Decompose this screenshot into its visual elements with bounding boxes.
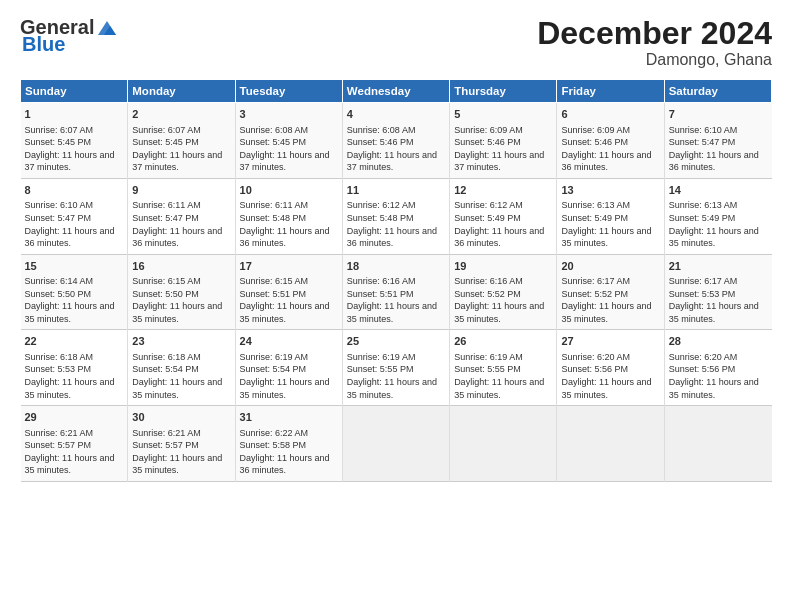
sunrise-text: Sunrise: 6:12 AM [347,200,416,210]
calendar-cell: 12Sunrise: 6:12 AMSunset: 5:49 PMDayligh… [450,178,557,254]
sunset-text: Sunset: 5:57 PM [25,440,92,450]
daylight-text: Daylight: 11 hours and 35 minutes. [240,377,330,400]
sunset-text: Sunset: 5:53 PM [25,364,92,374]
daylight-text: Daylight: 11 hours and 36 minutes. [132,226,222,249]
calendar-cell: 22Sunrise: 6:18 AMSunset: 5:53 PMDayligh… [21,330,128,406]
day-number: 19 [454,259,552,274]
sunrise-text: Sunrise: 6:10 AM [25,200,94,210]
daylight-text: Daylight: 11 hours and 35 minutes. [561,301,651,324]
daylight-text: Daylight: 11 hours and 36 minutes. [561,150,651,173]
calendar-cell [342,406,449,482]
day-number: 7 [669,107,768,122]
sunset-text: Sunset: 5:54 PM [132,364,199,374]
daylight-text: Daylight: 11 hours and 35 minutes. [25,301,115,324]
title-block: December 2024 Damongo, Ghana [537,16,772,69]
day-number: 29 [25,410,124,425]
daylight-text: Daylight: 11 hours and 35 minutes. [347,301,437,324]
day-number: 4 [347,107,445,122]
calendar-cell: 8Sunrise: 6:10 AMSunset: 5:47 PMDaylight… [21,178,128,254]
sunset-text: Sunset: 5:54 PM [240,364,307,374]
sunrise-text: Sunrise: 6:08 AM [347,125,416,135]
sunrise-text: Sunrise: 6:11 AM [240,200,309,210]
day-number: 24 [240,334,338,349]
sunrise-text: Sunrise: 6:15 AM [240,276,309,286]
sunrise-text: Sunrise: 6:16 AM [347,276,416,286]
sunrise-text: Sunrise: 6:07 AM [132,125,201,135]
daylight-text: Daylight: 11 hours and 36 minutes. [669,150,759,173]
sunset-text: Sunset: 5:52 PM [561,289,628,299]
sunset-text: Sunset: 5:46 PM [561,137,628,147]
calendar-cell: 21Sunrise: 6:17 AMSunset: 5:53 PMDayligh… [664,254,771,330]
calendar-week-2: 15Sunrise: 6:14 AMSunset: 5:50 PMDayligh… [21,254,772,330]
day-number: 14 [669,183,768,198]
daylight-text: Daylight: 11 hours and 35 minutes. [669,301,759,324]
day-number: 11 [347,183,445,198]
col-wednesday: Wednesday [342,80,449,103]
sunset-text: Sunset: 5:55 PM [347,364,414,374]
sunrise-text: Sunrise: 6:13 AM [669,200,738,210]
calendar-week-4: 29Sunrise: 6:21 AMSunset: 5:57 PMDayligh… [21,406,772,482]
calendar-week-1: 8Sunrise: 6:10 AMSunset: 5:47 PMDaylight… [21,178,772,254]
calendar-cell: 28Sunrise: 6:20 AMSunset: 5:56 PMDayligh… [664,330,771,406]
daylight-text: Daylight: 11 hours and 35 minutes. [132,453,222,476]
calendar-cell: 9Sunrise: 6:11 AMSunset: 5:47 PMDaylight… [128,178,235,254]
sunset-text: Sunset: 5:49 PM [454,213,521,223]
sunrise-text: Sunrise: 6:09 AM [561,125,630,135]
sunrise-text: Sunrise: 6:13 AM [561,200,630,210]
day-number: 17 [240,259,338,274]
sunset-text: Sunset: 5:52 PM [454,289,521,299]
daylight-text: Daylight: 11 hours and 35 minutes. [454,301,544,324]
day-number: 20 [561,259,659,274]
daylight-text: Daylight: 11 hours and 36 minutes. [240,226,330,249]
sunrise-text: Sunrise: 6:07 AM [25,125,94,135]
calendar-cell: 5Sunrise: 6:09 AMSunset: 5:46 PMDaylight… [450,103,557,179]
sunset-text: Sunset: 5:50 PM [25,289,92,299]
sunrise-text: Sunrise: 6:17 AM [669,276,738,286]
col-sunday: Sunday [21,80,128,103]
header-row: Sunday Monday Tuesday Wednesday Thursday… [21,80,772,103]
col-thursday: Thursday [450,80,557,103]
logo: General Blue [20,16,118,56]
day-number: 3 [240,107,338,122]
day-number: 26 [454,334,552,349]
daylight-text: Daylight: 11 hours and 35 minutes. [132,377,222,400]
col-friday: Friday [557,80,664,103]
calendar-cell: 11Sunrise: 6:12 AMSunset: 5:48 PMDayligh… [342,178,449,254]
sunrise-text: Sunrise: 6:18 AM [132,352,201,362]
calendar-cell: 13Sunrise: 6:13 AMSunset: 5:49 PMDayligh… [557,178,664,254]
daylight-text: Daylight: 11 hours and 37 minutes. [132,150,222,173]
calendar-cell: 2Sunrise: 6:07 AMSunset: 5:45 PMDaylight… [128,103,235,179]
day-number: 31 [240,410,338,425]
daylight-text: Daylight: 11 hours and 35 minutes. [561,226,651,249]
sunset-text: Sunset: 5:53 PM [669,289,736,299]
daylight-text: Daylight: 11 hours and 35 minutes. [669,377,759,400]
calendar-cell: 10Sunrise: 6:11 AMSunset: 5:48 PMDayligh… [235,178,342,254]
daylight-text: Daylight: 11 hours and 35 minutes. [669,226,759,249]
daylight-text: Daylight: 11 hours and 35 minutes. [25,377,115,400]
daylight-text: Daylight: 11 hours and 35 minutes. [454,377,544,400]
sunrise-text: Sunrise: 6:14 AM [25,276,94,286]
day-number: 13 [561,183,659,198]
calendar-cell: 1Sunrise: 6:07 AMSunset: 5:45 PMDaylight… [21,103,128,179]
calendar-cell: 20Sunrise: 6:17 AMSunset: 5:52 PMDayligh… [557,254,664,330]
daylight-text: Daylight: 11 hours and 35 minutes. [240,301,330,324]
calendar-title: December 2024 [537,16,772,51]
daylight-text: Daylight: 11 hours and 36 minutes. [347,226,437,249]
sunrise-text: Sunrise: 6:12 AM [454,200,523,210]
sunset-text: Sunset: 5:50 PM [132,289,199,299]
header: General Blue December 2024 Damongo, Ghan… [20,16,772,69]
calendar-cell [450,406,557,482]
sunset-text: Sunset: 5:51 PM [240,289,307,299]
sunrise-text: Sunrise: 6:16 AM [454,276,523,286]
sunset-text: Sunset: 5:47 PM [669,137,736,147]
calendar-cell: 26Sunrise: 6:19 AMSunset: 5:55 PMDayligh… [450,330,557,406]
calendar-cell: 23Sunrise: 6:18 AMSunset: 5:54 PMDayligh… [128,330,235,406]
day-number: 2 [132,107,230,122]
daylight-text: Daylight: 11 hours and 36 minutes. [454,226,544,249]
sunrise-text: Sunrise: 6:08 AM [240,125,309,135]
calendar-cell: 25Sunrise: 6:19 AMSunset: 5:55 PMDayligh… [342,330,449,406]
sunset-text: Sunset: 5:58 PM [240,440,307,450]
sunrise-text: Sunrise: 6:19 AM [240,352,309,362]
sunrise-text: Sunrise: 6:20 AM [561,352,630,362]
day-number: 5 [454,107,552,122]
